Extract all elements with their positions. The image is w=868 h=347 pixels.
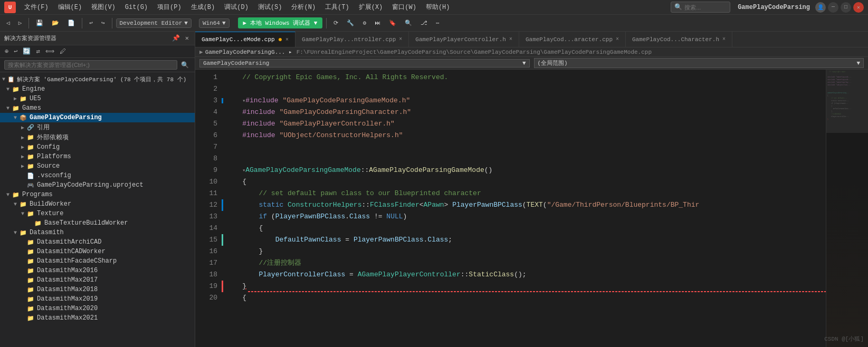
sidebar-search-input[interactable] bbox=[4, 60, 177, 70]
menu-tools[interactable]: 工具(T) bbox=[321, 2, 354, 13]
sidebar-item-ue5[interactable]: ▶ 📁 UE5 bbox=[0, 94, 195, 103]
method-dropdown[interactable]: (全局范围) ▼ bbox=[534, 58, 864, 68]
minimap[interactable]: // Copyright Epic #include "GamePlayCode… bbox=[826, 70, 868, 347]
sidebar-item-extern[interactable]: ▶ 📁 外部依赖项 bbox=[0, 132, 195, 142]
tab-controller-cpp[interactable]: GamePlayPlay...ntroller.cpp × bbox=[295, 32, 409, 47]
sidebar-item-config[interactable]: ▶ 📁 Config bbox=[0, 142, 195, 152]
toolbar-redo[interactable]: ↪ bbox=[98, 18, 108, 27]
close-button[interactable]: ✕ bbox=[853, 2, 864, 13]
toolbar-back[interactable]: ◁ bbox=[3, 18, 13, 27]
tab-close-4[interactable]: × bbox=[722, 36, 726, 42]
sidebar-item-ds-facade[interactable]: ▶ 📁 DatasmithFacadeCSharp bbox=[0, 256, 195, 266]
sidebar-item-vsconfig[interactable]: ▶ 📄 .vsconfig bbox=[0, 171, 195, 180]
sidebar-item-texture[interactable]: ▼ 📁 Texture bbox=[0, 209, 195, 218]
toolbar-refresh[interactable]: ⟳ bbox=[330, 18, 341, 27]
toolbar-git-icon[interactable]: ⎇ bbox=[417, 18, 431, 27]
menu-file[interactable]: 文件(F) bbox=[20, 2, 53, 13]
toolbar-save[interactable]: 💾 bbox=[33, 18, 46, 27]
toolbar-find[interactable]: 🔍 bbox=[402, 18, 415, 27]
menu-window[interactable]: 窗口(W) bbox=[388, 2, 421, 13]
expand-arrow-engine[interactable]: ▼ bbox=[4, 86, 12, 92]
expand-arrow-texture[interactable]: ▼ bbox=[19, 211, 26, 217]
sidebar-item-source[interactable]: ▶ 📁 Source bbox=[0, 161, 195, 171]
tab-character-h[interactable]: GamePlayCod...Character.h × bbox=[626, 32, 732, 47]
expand-arrow-ue5[interactable]: ▶ bbox=[12, 95, 19, 102]
sidebar-item-games[interactable]: ▼ 📁 Games bbox=[0, 103, 195, 113]
sidebar-btn-5[interactable]: ⟺ bbox=[44, 47, 56, 56]
tab-character-cpp[interactable]: GamePlayCod...aracter.cpp × bbox=[519, 32, 626, 47]
code-content[interactable]: // Copyright Epic Games, Inc. All Rights… bbox=[222, 70, 826, 347]
sidebar-item-gamecode[interactable]: ▼ 📦 GamePlayCodeParsing bbox=[0, 113, 195, 122]
sidebar-item-ds-max16[interactable]: ▶ 📁 DatasmithMax2016 bbox=[0, 266, 195, 275]
menu-git[interactable]: Git(G) bbox=[121, 3, 152, 12]
menu-edit[interactable]: 编辑(E) bbox=[54, 2, 87, 13]
sidebar-close-icon[interactable]: ✕ bbox=[184, 34, 190, 43]
toolbar-new[interactable]: 📄 bbox=[64, 18, 78, 27]
sidebar-item-engine[interactable]: ▼ 📁 Engine bbox=[0, 84, 195, 94]
sidebar-item-ds-archicad[interactable]: ▶ 📁 DatasmithArchiCAD bbox=[0, 237, 195, 247]
expand-arrow-platforms[interactable]: ▶ bbox=[19, 153, 26, 160]
expand-arrow-games[interactable]: ▼ bbox=[4, 105, 12, 111]
toolbar-more[interactable]: ⋯ bbox=[433, 18, 443, 27]
sidebar-item-ds-max21[interactable]: ▶ 📁 DatasmithMax2021 bbox=[0, 313, 195, 323]
menu-debug[interactable]: 调试(D) bbox=[220, 2, 253, 13]
sidebar-btn-2[interactable]: ↩ bbox=[12, 47, 19, 56]
maximize-button[interactable]: □ bbox=[841, 2, 851, 13]
tab-gamemode-cpp[interactable]: GamePlayC...eMode.cpp ● × bbox=[195, 32, 295, 47]
sidebar-item-datasmith[interactable]: ▼ 📁 Datasmith bbox=[0, 228, 195, 237]
sidebar-item-ds-max17[interactable]: ▶ 📁 DatasmithMax2017 bbox=[0, 275, 195, 285]
expand-arrow-extern[interactable]: ▶ bbox=[19, 134, 26, 141]
expand-arrow-programs[interactable]: ▼ bbox=[4, 192, 12, 198]
sidebar-item-ds-cad[interactable]: ▶ 📁 DatasmithCADWorker bbox=[0, 247, 195, 256]
menu-test[interactable]: 测试(S) bbox=[254, 2, 287, 13]
minimize-button[interactable]: ─ bbox=[828, 2, 838, 13]
tab-close-3[interactable]: × bbox=[616, 36, 619, 42]
expand-arrow-ref[interactable]: ▶ bbox=[19, 124, 26, 131]
toolbar-step[interactable]: ⏭ bbox=[371, 18, 384, 27]
sidebar-item-uproject[interactable]: ▶ 🎮 GamePlayCodeParsing.uproject bbox=[0, 180, 195, 190]
sidebar-item-ref[interactable]: ▶ 🔗 引用 bbox=[0, 122, 195, 132]
expand-arrow-source[interactable]: ▶ bbox=[19, 163, 26, 169]
menu-extensions[interactable]: 扩展(X) bbox=[355, 2, 387, 13]
tab-close-2[interactable]: × bbox=[509, 36, 512, 42]
solution-arrow[interactable]: ▼ bbox=[2, 76, 5, 82]
menu-project[interactable]: 项目(P) bbox=[153, 2, 186, 13]
expand-arrow-gamecode[interactable]: ▼ bbox=[12, 115, 19, 121]
toolbar-open[interactable]: 📂 bbox=[49, 18, 62, 27]
menu-build[interactable]: 生成(B) bbox=[187, 2, 220, 13]
menu-view[interactable]: 视图(V) bbox=[87, 2, 120, 13]
sidebar-search-icon[interactable]: 🔍 bbox=[179, 61, 190, 70]
sidebar-item-ds-max20[interactable]: ▶ 📁 DatasmithMax2020 bbox=[0, 304, 195, 313]
platform-dropdown[interactable]: Win64 ▼ bbox=[199, 18, 230, 28]
menu-analyze[interactable]: 分析(N) bbox=[287, 2, 320, 13]
toolbar-tools1[interactable]: 🔧 bbox=[344, 18, 357, 27]
sidebar-item-basetexture[interactable]: ▶ 📁 BaseTextureBuildWorker bbox=[0, 218, 195, 228]
sidebar-item-ds-max19[interactable]: ▶ 📁 DatasmithMax2019 bbox=[0, 294, 195, 304]
sidebar-item-ds-max18[interactable]: ▶ 📁 DatasmithMax2018 bbox=[0, 285, 195, 294]
search-input[interactable] bbox=[684, 4, 727, 11]
sidebar-btn-6[interactable]: 🖊 bbox=[58, 47, 68, 56]
toolbar-tools2[interactable]: ⚙ bbox=[359, 18, 369, 27]
sidebar-item-programs[interactable]: ▼ 📁 Programs bbox=[0, 190, 195, 199]
play-button[interactable]: ▶ 本地 Windows 调试器 ▼ bbox=[238, 17, 323, 28]
toolbar-undo[interactable]: ↩ bbox=[86, 18, 96, 27]
tab-controller-h[interactable]: GamePlayPlayerController.h × bbox=[409, 32, 519, 47]
config-dropdown[interactable]: Development Editor ▼ bbox=[116, 18, 192, 28]
sidebar-pin-icon[interactable]: 📌 bbox=[170, 34, 182, 43]
sidebar-item-buildworker[interactable]: ▼ 📁 BuildWorker bbox=[0, 199, 195, 209]
toolbar-forward[interactable]: ▷ bbox=[15, 18, 25, 27]
tab-close-1[interactable]: × bbox=[399, 36, 402, 42]
search-box[interactable]: 🔍 bbox=[671, 2, 730, 13]
menu-help[interactable]: 帮助(H) bbox=[422, 2, 454, 13]
expand-arrow-buildworker[interactable]: ▼ bbox=[12, 201, 19, 207]
expand-arrow-datasmith[interactable]: ▼ bbox=[12, 230, 19, 236]
expand-arrow-config[interactable]: ▶ bbox=[19, 144, 26, 150]
sidebar-btn-4[interactable]: ⇄ bbox=[34, 47, 41, 56]
breadcrumb-part1[interactable]: GamePlayCodeParsingG... ▸ bbox=[205, 49, 292, 55]
tab-close-0[interactable]: × bbox=[285, 37, 289, 43]
class-dropdown[interactable]: GamePlayCodeParsing ▼ bbox=[199, 59, 530, 68]
sidebar-btn-3[interactable]: 🔄 bbox=[21, 47, 32, 56]
avatar-icon[interactable]: 👤 bbox=[815, 2, 826, 13]
sidebar-item-platforms[interactable]: ▶ 📁 Platforms bbox=[0, 152, 195, 161]
sidebar-btn-1[interactable]: ⊕ bbox=[3, 47, 10, 56]
